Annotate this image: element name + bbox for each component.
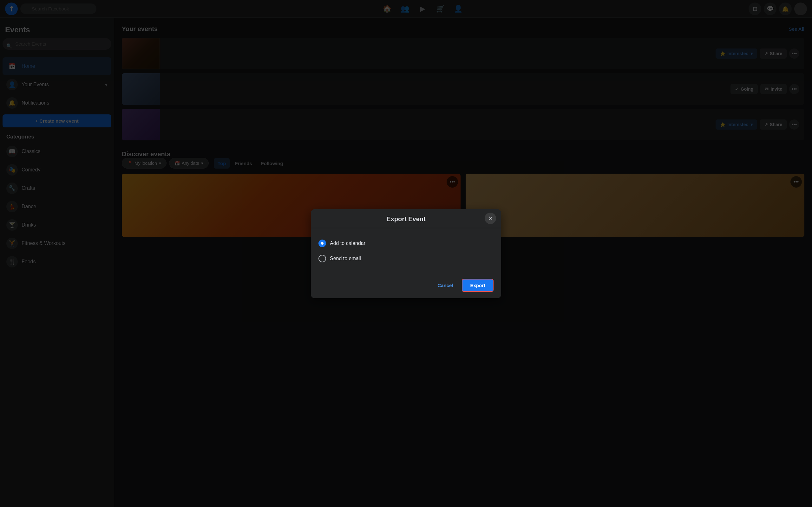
- modal-close-button[interactable]: ✕: [485, 213, 496, 224]
- modal-header: Export Event ✕: [311, 209, 501, 228]
- cancel-button[interactable]: Cancel: [432, 280, 458, 291]
- email-option[interactable]: Send to email: [318, 251, 494, 266]
- calendar-option[interactable]: Add to calendar: [318, 236, 494, 251]
- email-radio[interactable]: [318, 255, 326, 262]
- modal-title: Export Event: [386, 216, 425, 223]
- calendar-radio[interactable]: [318, 239, 326, 247]
- modal-body: Add to calendar Send to email: [311, 228, 501, 274]
- export-event-modal: Export Event ✕ Add to calendar Send to e…: [311, 209, 501, 298]
- modal-overlay[interactable]: Export Event ✕ Add to calendar Send to e…: [0, 0, 812, 507]
- export-button[interactable]: Export: [462, 279, 494, 292]
- modal-footer: Cancel Export: [311, 274, 501, 298]
- email-label: Send to email: [330, 256, 361, 262]
- calendar-label: Add to calendar: [330, 240, 365, 246]
